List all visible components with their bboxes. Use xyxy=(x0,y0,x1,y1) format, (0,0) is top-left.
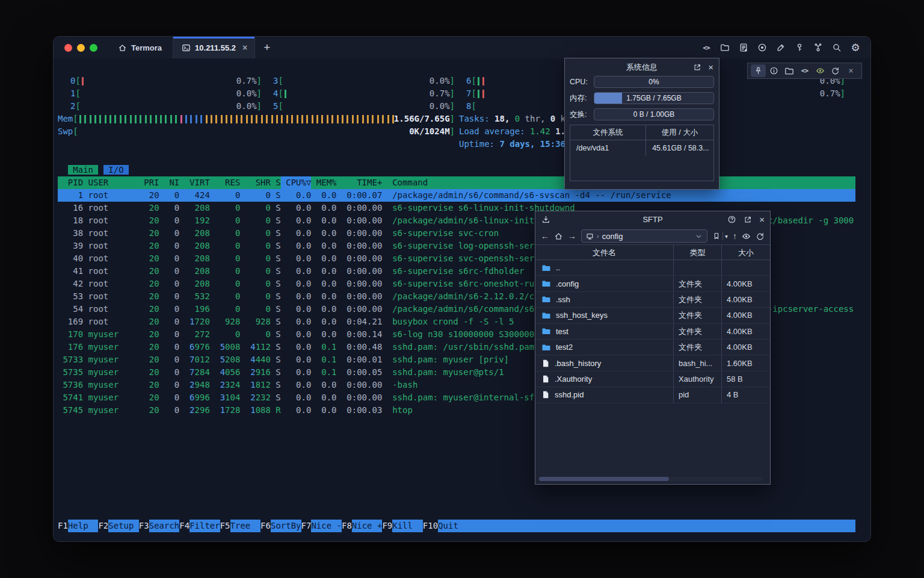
file-size: 1.60KB xyxy=(721,355,770,370)
fkey-action-kill[interactable]: Kill xyxy=(392,520,423,532)
settings-icon[interactable]: ⚙ xyxy=(850,42,861,53)
column-pri[interactable]: PRI xyxy=(134,176,159,189)
bookmark-dropdown-icon[interactable]: ▾ xyxy=(725,230,728,243)
fkey-action-setup[interactable]: Setup xyxy=(108,520,139,532)
search-icon[interactable] xyxy=(831,42,842,53)
fs-column[interactable]: 使用 / 大小 xyxy=(646,126,713,139)
terminal[interactable]: 0[0.7%] 1[0.0%] 2[0.0%] 3[0.0%] 4[0.7%] … xyxy=(54,58,870,541)
record-icon[interactable] xyxy=(757,42,768,53)
folder-icon xyxy=(541,326,551,336)
column-shr[interactable]: SHR xyxy=(240,176,271,189)
tab-session[interactable]: 10.211.55.2 × xyxy=(173,37,255,58)
system-info-panel: 系统信息 × CPU:0%内存:1.75GB / 7.65GB交换:0 B / … xyxy=(564,58,719,190)
fkey-action-quit[interactable]: Quit xyxy=(438,520,469,532)
code-icon[interactable]: <> xyxy=(701,42,712,53)
download-icon[interactable] xyxy=(541,211,550,228)
close-window-button[interactable] xyxy=(64,44,72,52)
column-res[interactable]: RES xyxy=(210,176,241,189)
close-sftp-icon[interactable]: × xyxy=(759,213,765,226)
fs-column[interactable]: 文件系统 xyxy=(570,125,646,140)
column-type[interactable]: 类型 xyxy=(673,245,721,259)
fkey-f5[interactable]: F5 xyxy=(220,520,230,532)
file-row[interactable]: .bash_history bash_hi... 1.60KB xyxy=(535,355,770,371)
chevron-down-icon[interactable] xyxy=(695,232,703,240)
home-icon[interactable] xyxy=(554,232,563,241)
show-hidden-icon[interactable] xyxy=(742,232,751,241)
fkey-action-help[interactable]: Help xyxy=(68,520,99,532)
edit-icon[interactable] xyxy=(775,42,786,53)
path-breadcrumb[interactable]: › config xyxy=(581,229,707,243)
tab-home[interactable]: Termora xyxy=(107,37,173,58)
upload-icon[interactable]: ↑ xyxy=(733,230,737,243)
column-time[interactable]: TIME+ xyxy=(337,176,383,189)
fkey-f8[interactable]: F8 xyxy=(342,520,352,532)
close-tab-icon[interactable]: × xyxy=(242,43,247,52)
file-row[interactable]: .config 文件夹 4.00KB xyxy=(535,276,770,291)
fkey-f6[interactable]: F6 xyxy=(260,520,271,532)
process-row[interactable]: 1root20042400S0.00.00:00.07/package/admi… xyxy=(58,189,855,202)
column-user[interactable]: USER xyxy=(83,176,134,189)
folder-icon[interactable] xyxy=(781,64,796,77)
zoom-window-button[interactable] xyxy=(90,44,97,52)
help-icon[interactable] xyxy=(727,215,736,224)
back-icon[interactable]: ← xyxy=(541,230,549,243)
file-row[interactable]: .Xauthority Xauthority 58 B xyxy=(535,371,770,387)
refresh-icon[interactable] xyxy=(828,64,843,77)
folder-icon[interactable] xyxy=(719,42,730,53)
pin-icon[interactable] xyxy=(751,64,766,77)
fkey-action-search[interactable]: Search xyxy=(149,520,180,532)
column-ni[interactable]: NI xyxy=(159,176,180,189)
column-virt[interactable]: VIRT xyxy=(179,176,210,189)
column-cpu[interactable]: CPU%▽ xyxy=(281,176,312,189)
htop-tab-io[interactable]: I/O xyxy=(103,165,129,175)
file-row[interactable]: .. xyxy=(535,260,770,276)
column-filename[interactable]: 文件名 xyxy=(535,245,673,259)
column-mem[interactable]: MEM% xyxy=(311,176,336,189)
sftp-toolbar: ← → › config ▾ ↑ xyxy=(535,228,770,244)
swap-meter: Swp[0K/1024M] xyxy=(58,125,455,138)
close-icon[interactable]: × xyxy=(843,64,858,77)
minimize-window-button[interactable] xyxy=(77,44,85,52)
info-icon[interactable] xyxy=(766,64,781,77)
fkey-f1[interactable]: F1 xyxy=(58,520,68,532)
open-in-window-icon[interactable] xyxy=(693,63,701,72)
fkey-f3[interactable]: F3 xyxy=(139,520,149,532)
file-row[interactable]: test 文件夹 4.00KB xyxy=(535,324,770,340)
file-row[interactable]: test2 文件夹 4.00KB xyxy=(535,340,770,355)
fkey-f9[interactable]: F9 xyxy=(382,520,392,532)
file-row[interactable]: ssh_host_keys 文件夹 4.00KB xyxy=(535,308,770,323)
forward-icon[interactable]: → xyxy=(568,230,576,243)
fkey-action-filter[interactable]: Filter xyxy=(189,520,220,532)
new-tab-button[interactable]: + xyxy=(255,37,279,58)
file-name: .Xauthority xyxy=(555,373,592,385)
fkey-f10[interactable]: F10 xyxy=(423,520,438,532)
bookmark-icon[interactable] xyxy=(712,232,721,240)
code-icon[interactable]: <> xyxy=(797,64,812,77)
open-in-window-icon[interactable] xyxy=(744,216,752,224)
key-icon[interactable] xyxy=(794,42,805,53)
fkey-action-nice[interactable]: Nice - xyxy=(311,520,342,532)
home-tab-label: Termora xyxy=(131,43,162,52)
refresh-icon[interactable] xyxy=(756,232,765,241)
fkey-f2[interactable]: F2 xyxy=(98,520,108,532)
column-size[interactable]: 大小 xyxy=(721,245,770,259)
fkey-action-sortby[interactable]: SortBy xyxy=(271,520,301,532)
fkey-f7[interactable]: F7 xyxy=(301,520,312,532)
fs-row[interactable]: /dev/vda145.61GB / 58.3... xyxy=(570,140,713,156)
file-type: Xauthority xyxy=(673,371,721,387)
scrollbar-thumb[interactable] xyxy=(539,477,669,481)
htop-tab-main[interactable]: Main xyxy=(68,165,99,175)
file-row[interactable]: .ssh 文件夹 4.00KB xyxy=(535,292,770,308)
column-s[interactable]: S xyxy=(271,176,281,189)
fkey-action-tree[interactable]: Tree xyxy=(230,520,261,532)
notes-icon[interactable] xyxy=(738,42,749,53)
fkey-action-nice[interactable]: Nice + xyxy=(352,520,383,532)
fkey-f4[interactable]: F4 xyxy=(179,520,189,532)
filesystem-table-header: 文件系统使用 / 大小 xyxy=(570,125,713,140)
column-pid[interactable]: PID xyxy=(58,176,83,189)
memory-meter: Mem[1.56G/7.65G] xyxy=(58,113,455,125)
gpu-icon[interactable] xyxy=(813,64,828,77)
close-panel-icon[interactable]: × xyxy=(708,61,713,73)
file-row[interactable]: sshd.pid pid 4 B xyxy=(535,387,770,403)
keychain-icon[interactable] xyxy=(813,42,824,53)
